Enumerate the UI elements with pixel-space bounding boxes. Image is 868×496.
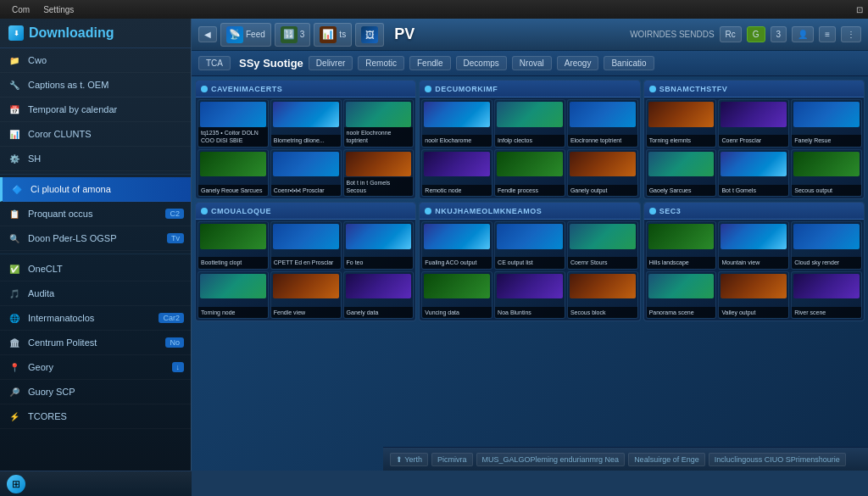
toolbar-btn-img[interactable]: 🖼 [355, 23, 384, 47]
toolbar-btn-num[interactable]: ≡ [819, 26, 836, 42]
tile-4-1[interactable]: CE output list [494, 221, 565, 270]
section-title-5: SEC3 [659, 207, 682, 215]
tile-0-0[interactable]: tq1235 • Coitor DOLN COO DISI SBIE [198, 99, 269, 148]
toolbar2-btn-banicatio[interactable]: Banicatio [604, 56, 654, 70]
sidebar-item-4[interactable]: ⚙️SH [0, 147, 191, 171]
toolbar-btn-r2[interactable]: 👤 [792, 26, 814, 42]
tile-0-4[interactable]: Coenr•t•t•t Prosclar [270, 149, 342, 198]
tile-inner-4-4 [497, 274, 563, 299]
toolbar-btn-G[interactable]: G [747, 26, 765, 42]
sidebar-item-2[interactable]: 📅Temporal by calendar [0, 98, 191, 122]
section-body-3: Bootteting cloptCPETT Ed en ProsclarFo t… [196, 220, 415, 320]
toolbar2-btn-delivrer[interactable]: Delivrer [309, 56, 353, 70]
tile-label-5-3: Panorama scene [647, 307, 716, 318]
grid-section-header-2: SBNAMCTHSTFV [644, 81, 864, 98]
tile-5-3[interactable]: Panorama scene [646, 271, 717, 320]
tile-3-0[interactable]: Bootteting clopt [198, 221, 269, 270]
toolbar2-btn-areogy[interactable]: Areogy [557, 56, 599, 70]
sidebar-label-1: Captions as t. OEM [28, 80, 108, 90]
taskbar-btn-com[interactable]: Com [5, 5, 36, 14]
tile-3-5[interactable]: Ganely data [343, 271, 415, 320]
tile-1-0[interactable]: noolr Elocharome [421, 99, 492, 148]
toolbar-btn-3[interactable]: 🔢 3 [275, 23, 311, 47]
toolbar2-btn-decomps[interactable]: Decomps [456, 56, 507, 70]
sidebar-item-13[interactable]: 🔎Guory SCP [0, 380, 191, 404]
sidebar-label-14: TCORES [28, 411, 67, 421]
toolbar2-tca[interactable]: TCA [198, 56, 231, 70]
tile-0-3[interactable]: Ganely Reoue Sarcues [198, 149, 269, 198]
toolbar-btn-feed-label: Feed [246, 30, 265, 39]
start-button[interactable]: ⊞ [7, 475, 25, 493]
toolbar-btn-3r[interactable]: 3 [771, 26, 787, 42]
tile-1-4[interactable]: Fendle process [494, 149, 565, 198]
tile-2-5[interactable]: Secous output [791, 149, 862, 198]
tile-label-4-0: Fualing ACO output [422, 257, 492, 268]
tile-label-5-1: Mountain view [719, 257, 788, 268]
sidebar: ⬇ Downloading 📁Cwo🔧Captions as t. OEM📅Te… [0, 19, 192, 471]
tile-2-3[interactable]: Gaoely Sarcues [646, 149, 717, 198]
sidebar-item-14[interactable]: ⚡TCORES [0, 404, 191, 429]
toolbar-right: WOIRNDES SENDDS Rc G 3 👤 ≡ ⋮ [630, 26, 861, 42]
tile-2-4[interactable]: Bot t Gomels [718, 149, 789, 198]
tile-inner-2-2 [793, 102, 860, 127]
tile-4-5[interactable]: Secous block [567, 271, 638, 320]
statusbar-item-2: MUS_GALGOPleming endurianmrg Nea [476, 453, 626, 466]
tile-3-4[interactable]: Fendle view [270, 271, 342, 320]
sidebar-item-11[interactable]: 🏛️Centrum PolitestNo [0, 331, 191, 355]
grid-section-1: DECUMORKIMFnoolr ElocharomeInfolp clecto… [419, 80, 640, 199]
tile-0-2[interactable]: noolr Elochronne toptrient [343, 99, 415, 148]
tile-inner-4-3 [424, 274, 490, 299]
tile-1-3[interactable]: Remotic node [421, 149, 492, 198]
sidebar-item-3[interactable]: 📊Coror CLUNTS [0, 122, 191, 147]
sidebar-item-8[interactable]: ✅OneCLT [0, 257, 191, 281]
section-body-5: Hills landscapeMountain viewCloud sky re… [644, 220, 864, 320]
tile-inner-2-3 [648, 152, 715, 177]
tile-4-4[interactable]: Noa Bluntins [494, 271, 565, 320]
tile-2-1[interactable]: Coenr Prosclar [718, 99, 789, 148]
toolbar-btn-right1[interactable]: Rc [720, 26, 742, 42]
tile-5-0[interactable]: Hills landscape [646, 221, 717, 270]
tile-4-0[interactable]: Fualing ACO output [421, 221, 492, 270]
grid-section-header-4: NKUJHAMEOLMKNEAMOS [420, 203, 639, 220]
sidebar-label-11: Centrum Politest [28, 337, 97, 348]
taskbar-btn-settings[interactable]: Settings [36, 5, 81, 14]
tile-1-2[interactable]: Eloclronne toptrient [567, 99, 638, 148]
tile-3-2[interactable]: Fo teo [343, 221, 415, 270]
tile-0-5[interactable]: Bot t in t Gomels Secous [343, 149, 415, 198]
toolbar-btn-last[interactable]: ⋮ [841, 26, 861, 42]
tile-label-0-3: Ganely Reoue Sarcues [198, 185, 268, 196]
tile-1-5[interactable]: Ganely output [567, 149, 638, 198]
tile-inner-3-5 [346, 274, 412, 299]
toolbar2-btn-nroval[interactable]: Nroval [512, 56, 552, 70]
tile-4-3[interactable]: Vuncing data [421, 271, 492, 320]
toolbar-btn-back[interactable]: ◀ [198, 26, 217, 42]
toolbar-btn-feed[interactable]: 📡 Feed [220, 23, 271, 47]
tile-0-1[interactable]: Blometring dlione... [270, 99, 342, 148]
toolbar-btn-ts[interactable]: 📊 ts [314, 23, 352, 47]
sidebar-label-3: Coror CLUNTS [28, 129, 92, 139]
tile-label-4-2: Coernr Stours [568, 257, 637, 268]
tile-2-0[interactable]: Torning elemnts [646, 99, 717, 148]
sidebar-item-1[interactable]: 🔧Captions as t. OEM [0, 73, 191, 98]
sidebar-icon-14: ⚡ [7, 409, 22, 424]
tile-4-2[interactable]: Coernr Stours [567, 221, 638, 270]
tile-5-5[interactable]: River scene [791, 271, 862, 320]
sidebar-item-5[interactable]: 🔷Ci pluolut of amona [0, 177, 191, 202]
toolbar2-btn-fendle[interactable]: Fendle [409, 56, 451, 70]
sidebar-item-12[interactable]: 📍Geory↓ [0, 355, 191, 380]
sidebar-item-10[interactable]: 🌐IntermanatoclosCar2 [0, 306, 191, 331]
tile-5-1[interactable]: Mountain view [718, 221, 789, 270]
sidebar-item-6[interactable]: 📋Proquant occusC2 [0, 202, 191, 226]
sidebar-label-9: Audita [28, 288, 54, 298]
tile-3-3[interactable]: Torning node [198, 271, 269, 320]
tile-label-2-4: Bot t Gomels [719, 185, 788, 196]
toolbar2-btn-remotic[interactable]: Remotic [358, 56, 404, 70]
tile-3-1[interactable]: CPETT Ed en Prosclar [270, 221, 342, 270]
sidebar-item-9[interactable]: 🎵Audita [0, 281, 191, 306]
sidebar-item-0[interactable]: 📁Cwo [0, 48, 191, 73]
tile-1-1[interactable]: Infolp clectos [494, 99, 565, 148]
tile-5-4[interactable]: Valley output [718, 271, 789, 320]
tile-2-2[interactable]: Fanely Resue [791, 99, 862, 148]
tile-5-2[interactable]: Cloud sky render [791, 221, 862, 270]
sidebar-item-7[interactable]: 🔍Doon Pder-LS OGSPTv [0, 226, 191, 251]
